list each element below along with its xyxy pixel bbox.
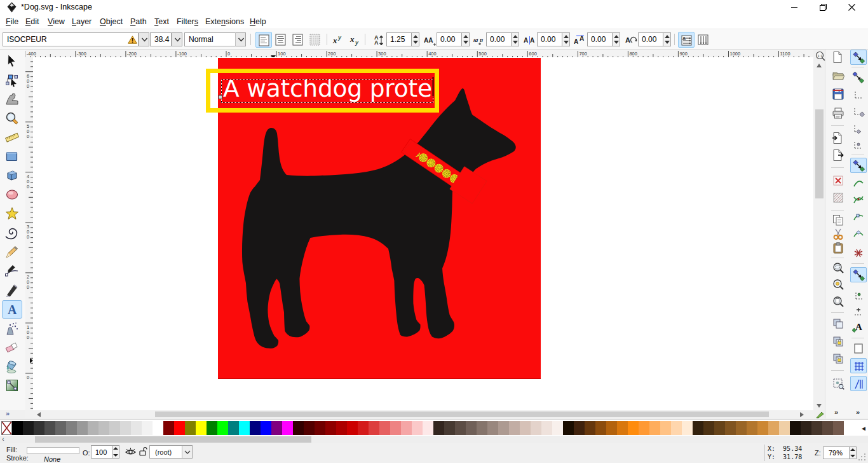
- command-export[interactable]: [830, 148, 846, 163]
- snap-page-border[interactable]: [850, 341, 867, 356]
- menu-object[interactable]: Object: [100, 15, 123, 29]
- font-family-input[interactable]: ISOCPEUR: [3, 32, 139, 46]
- tool-zoom[interactable]: [2, 109, 22, 128]
- letter-spacing-spinner[interactable]: [462, 32, 470, 46]
- tool-spiral[interactable]: [2, 224, 22, 242]
- stroke-value[interactable]: None: [44, 455, 60, 463]
- swatch-45352a[interactable]: [811, 421, 822, 435]
- opacity-input[interactable]: 100: [91, 445, 112, 459]
- snap-grids[interactable]: [850, 358, 867, 373]
- command-clone[interactable]: [830, 334, 846, 349]
- color-managed-display-icon[interactable]: [816, 411, 825, 418]
- letter-spacing-input[interactable]: 0.00: [437, 32, 462, 46]
- swatch-40220d[interactable]: [574, 421, 585, 435]
- snap-enable[interactable]: [850, 50, 867, 65]
- command-paste[interactable]: [830, 240, 846, 256]
- swatch-800000[interactable]: [163, 421, 174, 435]
- swatch-fde8e8[interactable]: [423, 421, 433, 435]
- swatch-d9d9d9[interactable]: [120, 421, 131, 435]
- swatch-cccccc[interactable]: [109, 421, 120, 435]
- snap-path-intersections[interactable]: [850, 192, 867, 207]
- swatch-800080[interactable]: [271, 421, 282, 435]
- swatch-efe2dc[interactable]: [541, 421, 552, 435]
- canvas[interactable]: A watchdog prote: [33, 57, 813, 410]
- swatch-cc0000[interactable]: [347, 421, 358, 435]
- swatch-ff9933[interactable]: [639, 421, 649, 435]
- word-spacing-input[interactable]: 0.00: [486, 32, 512, 46]
- swatch-00ff00[interactable]: [217, 421, 228, 435]
- minimize-button[interactable]: [780, 0, 809, 15]
- tool-star[interactable]: [2, 205, 22, 223]
- kern-vertical-spinner[interactable]: [613, 32, 620, 46]
- scroll-down-arrow[interactable]: [817, 404, 822, 408]
- vertical-scrollbar[interactable]: [814, 61, 825, 410]
- swatch-ff8c0d[interactable]: [628, 421, 639, 435]
- swatch-b3620d[interactable]: [606, 421, 617, 435]
- swatch-ffffff[interactable]: [153, 421, 163, 435]
- snap-guides[interactable]: [850, 376, 867, 391]
- swatch-e0a660[interactable]: [768, 421, 779, 435]
- close-button[interactable]: [837, 0, 866, 15]
- swatch-ffebd6[interactable]: [682, 421, 693, 435]
- swatch-fbc9c9[interactable]: [412, 421, 423, 435]
- snap-others[interactable]: [850, 267, 867, 282]
- swatch-33210d[interactable]: [693, 421, 703, 435]
- swatch-f8f0ec[interactable]: [552, 421, 563, 435]
- snap-rotation-centers[interactable]: [850, 303, 867, 319]
- char-rotation-input[interactable]: 0.00: [638, 32, 663, 46]
- tool-measure[interactable]: [2, 128, 22, 147]
- text-horizontal-button[interactable]: A: [678, 32, 695, 48]
- tool-rectangle[interactable]: [2, 148, 22, 166]
- horizontal-ruler[interactable]: -400-300-200-100010020030040050060070080…: [25, 50, 813, 57]
- fill-color-swatch[interactable]: [27, 447, 79, 454]
- command-zoom-page[interactable]: [830, 294, 846, 309]
- swatch-b3b3b3[interactable]: [88, 421, 98, 435]
- swatch-2e2219[interactable]: [801, 421, 811, 435]
- snap-bbox[interactable]: [850, 70, 867, 85]
- zoom-1-1-icon[interactable]: 1:1: [815, 51, 825, 61]
- swatch-000000[interactable]: [12, 421, 23, 435]
- swatch-33261f[interactable]: [433, 421, 444, 435]
- line-height-input[interactable]: 1.25: [386, 32, 412, 46]
- tool-bezier-pen[interactable]: [2, 262, 22, 280]
- swatch-e6e6e6[interactable]: [131, 421, 142, 435]
- swatch-808000[interactable]: [185, 421, 196, 435]
- swatch-ffad5c[interactable]: [649, 421, 660, 435]
- swatch-5c473b[interactable]: [822, 421, 833, 435]
- word-spacing-spinner[interactable]: [512, 32, 519, 46]
- swatch-66370d[interactable]: [585, 421, 595, 435]
- swatch-85746b[interactable]: [477, 421, 487, 435]
- command-document-print[interactable]: [830, 106, 846, 121]
- swatch-ee8383[interactable]: [390, 421, 401, 435]
- command-zoom-drawing[interactable]: [830, 277, 846, 292]
- tool-text[interactable]: A: [2, 300, 22, 319]
- swatch-666666[interactable]: [55, 421, 66, 435]
- swatch-4d3213[interactable]: [703, 421, 714, 435]
- font-style-dropdown[interactable]: [235, 32, 246, 46]
- swatch-ffff00[interactable]: [196, 421, 207, 435]
- align-center-button[interactable]: [273, 32, 289, 48]
- canvas-text[interactable]: A watchdog prote: [223, 74, 432, 102]
- command-import[interactable]: [830, 130, 846, 146]
- vertical-ruler[interactable]: 0100200300400500600: [25, 57, 33, 410]
- command-document-new[interactable]: [830, 50, 846, 65]
- kern-vertical-input[interactable]: 0.00: [587, 32, 613, 46]
- swatch-d6c1b7[interactable]: [520, 421, 531, 435]
- zoom-input[interactable]: 79%: [823, 446, 850, 459]
- align-left-button[interactable]: [255, 32, 272, 48]
- swatch-664319[interactable]: [714, 421, 725, 435]
- layer-visibility-icon[interactable]: [125, 447, 136, 457]
- swatch-ad9a91[interactable]: [498, 421, 509, 435]
- command-zoom-selection[interactable]: [830, 260, 846, 275]
- swatch-8f0000[interactable]: [325, 421, 336, 435]
- layer-selector[interactable]: (root): [149, 445, 193, 459]
- snap-smooth-nodes[interactable]: [850, 226, 867, 242]
- swatch-000080[interactable]: [250, 421, 261, 435]
- tool-ellipse[interactable]: [2, 186, 22, 204]
- swatch-f0cfa6[interactable]: [779, 421, 790, 435]
- maximize-restore-button[interactable]: [809, 0, 837, 15]
- swatch-008080[interactable]: [228, 421, 239, 435]
- snap-bbox-corners[interactable]: [850, 103, 867, 118]
- command-copy[interactable]: [830, 212, 846, 228]
- swatch-ff0000[interactable]: [174, 421, 185, 435]
